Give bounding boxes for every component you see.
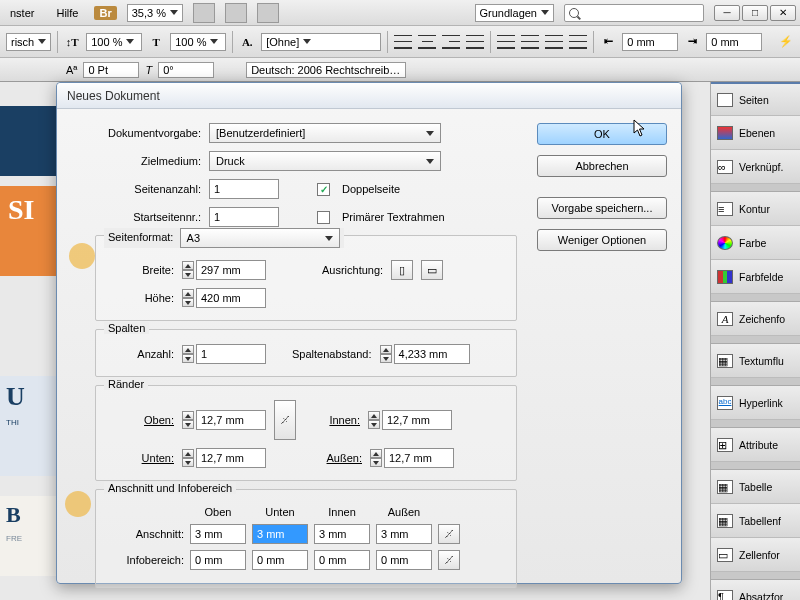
document-preview: SI UTHI BFRE [0, 106, 60, 600]
facing-pages-label: Doppelseite [342, 183, 400, 195]
margin-bottom-input[interactable]: 12,7 mm [196, 448, 266, 468]
number-input[interactable]: 1 [196, 344, 266, 364]
number-label: Anzahl: [108, 348, 174, 360]
chevron-down-icon [170, 10, 178, 15]
language-combo[interactable]: Deutsch: 2006 Rechtschreib… [246, 62, 406, 78]
pages-input[interactable]: 1 [209, 179, 279, 199]
skew-input[interactable]: 0° [158, 62, 214, 78]
slug-top-input[interactable]: 0 mm [190, 550, 246, 570]
charstyle-combo[interactable]: [Ohne] [261, 33, 381, 51]
hyperlinks-icon: abc [717, 396, 733, 410]
margin-bottom-stepper[interactable] [182, 449, 194, 467]
width-input[interactable]: 297 mm [196, 260, 266, 280]
cancel-button[interactable]: Abbrechen [537, 155, 667, 177]
width-label: Breite: [108, 264, 174, 276]
primary-frame-checkbox[interactable] [317, 211, 330, 224]
bolt-icon[interactable]: ⚡ [778, 34, 794, 50]
slug-outside-input[interactable]: 0 mm [376, 550, 432, 570]
number-stepper[interactable] [182, 345, 194, 363]
stroke-icon: ≡ [717, 202, 733, 216]
save-preset-button[interactable]: Vorgabe speichern... [537, 197, 667, 219]
view-icon-3[interactable] [257, 3, 279, 23]
bleed-inside-input[interactable]: 3 mm [314, 524, 370, 544]
panel-farbe[interactable]: Farbe [711, 226, 800, 260]
view-icon-1[interactable] [193, 3, 215, 23]
zoom-combo[interactable]: 35,3 % [127, 4, 183, 22]
margin-top-input[interactable]: 12,7 mm [196, 410, 266, 430]
justify-last-right-icon[interactable] [545, 35, 563, 49]
margin-inside-input[interactable]: 12,7 mm [382, 410, 452, 430]
height-input[interactable]: 420 mm [196, 288, 266, 308]
cursor-icon [633, 119, 647, 137]
first-line-input[interactable]: 0 mm [706, 33, 762, 51]
link-slug-icon[interactable]: ⸓ [438, 550, 460, 570]
panel-ebenen[interactable]: Ebenen [711, 116, 800, 150]
baseline-input[interactable]: 0 Pt [83, 62, 139, 78]
panel-farbfelder[interactable]: Farbfelde [711, 260, 800, 294]
search-field[interactable] [564, 4, 704, 22]
font-combo[interactable]: risch [6, 33, 51, 51]
tablestyles-icon: ▦ [717, 514, 733, 528]
minimize-button[interactable]: ─ [714, 5, 740, 21]
bleed-top-input[interactable]: 3 mm [190, 524, 246, 544]
link-margins-icon[interactable]: ⸓ [274, 400, 296, 440]
panel-zellenformate[interactable]: ▭Zellenfor [711, 538, 800, 572]
link-bleed-icon[interactable]: ⸓ [438, 524, 460, 544]
align-justify-icon[interactable] [466, 35, 484, 49]
preset-dropdown[interactable]: [Benutzerdefiniert] [209, 123, 441, 143]
orientation-portrait-icon[interactable]: ▯ [391, 260, 413, 280]
bleed-header-inside: Innen [314, 506, 370, 518]
margin-inside-stepper[interactable] [368, 411, 380, 429]
panel-verknuepfungen[interactable]: ∞Verknüpf. [711, 150, 800, 184]
panel-textumfluss[interactable]: ▦Textumflu [711, 344, 800, 378]
pages-label: Seitenanzahl: [71, 183, 201, 195]
panel-zeichenformate[interactable]: AZeichenfo [711, 302, 800, 336]
align-left-icon[interactable] [394, 35, 412, 49]
panel-absatzformate[interactable]: ¶Absatzfor [711, 580, 800, 600]
align-center-icon[interactable] [418, 35, 436, 49]
workspace-combo[interactable]: Grundlagen [475, 4, 555, 22]
orientation-label: Ausrichtung: [322, 264, 383, 276]
justify-last-left-icon[interactable] [497, 35, 515, 49]
menu-window[interactable]: nster [4, 5, 40, 21]
slug-inside-input[interactable]: 0 mm [314, 550, 370, 570]
gutter-input[interactable]: 4,233 mm [394, 344, 470, 364]
justify-all-icon[interactable] [569, 35, 587, 49]
color-icon [717, 236, 733, 250]
bridge-icon[interactable]: Br [94, 6, 116, 20]
justify-last-center-icon[interactable] [521, 35, 539, 49]
view-icon-2[interactable] [225, 3, 247, 23]
height-stepper[interactable] [182, 289, 194, 307]
close-button[interactable]: ✕ [770, 5, 796, 21]
toolbar-baseline: Aª 0 Pt T 0° Deutsch: 2006 Rechtschreib… [0, 58, 800, 82]
slug-bottom-input[interactable]: 0 mm [252, 550, 308, 570]
fewer-options-button[interactable]: Weniger Optionen [537, 229, 667, 251]
orientation-landscape-icon[interactable]: ▭ [421, 260, 443, 280]
panel-seiten[interactable]: Seiten [711, 82, 800, 116]
gutter-stepper[interactable] [380, 345, 392, 363]
panel-hyperlinks[interactable]: abcHyperlink [711, 386, 800, 420]
preset-label: Dokumentvorgabe: [71, 127, 201, 139]
margins-title: Ränder [104, 378, 148, 390]
margin-outside-input[interactable]: 12,7 mm [384, 448, 454, 468]
facing-pages-checkbox[interactable] [317, 183, 330, 196]
align-right-icon[interactable] [442, 35, 460, 49]
start-input[interactable]: 1 [209, 207, 279, 227]
vscale-combo[interactable]: 100 % [86, 33, 142, 51]
format-dropdown[interactable]: A3 [180, 228, 340, 248]
ok-button[interactable]: OK [537, 123, 667, 145]
menu-help[interactable]: Hilfe [50, 5, 84, 21]
panel-tabellenformate[interactable]: ▦Tabellenf [711, 504, 800, 538]
panel-tabelle[interactable]: ▦Tabelle [711, 470, 800, 504]
maximize-button[interactable]: □ [742, 5, 768, 21]
intent-dropdown[interactable]: Druck [209, 151, 441, 171]
width-stepper[interactable] [182, 261, 194, 279]
panel-kontur[interactable]: ≡Kontur [711, 192, 800, 226]
hscale-combo[interactable]: 100 % [170, 33, 226, 51]
bleed-bottom-input[interactable]: 3 mm [252, 524, 308, 544]
left-indent-input[interactable]: 0 mm [622, 33, 678, 51]
bleed-outside-input[interactable]: 3 mm [376, 524, 432, 544]
margin-outside-stepper[interactable] [370, 449, 382, 467]
panel-attribute[interactable]: ⊞Attribute [711, 428, 800, 462]
margin-top-stepper[interactable] [182, 411, 194, 429]
